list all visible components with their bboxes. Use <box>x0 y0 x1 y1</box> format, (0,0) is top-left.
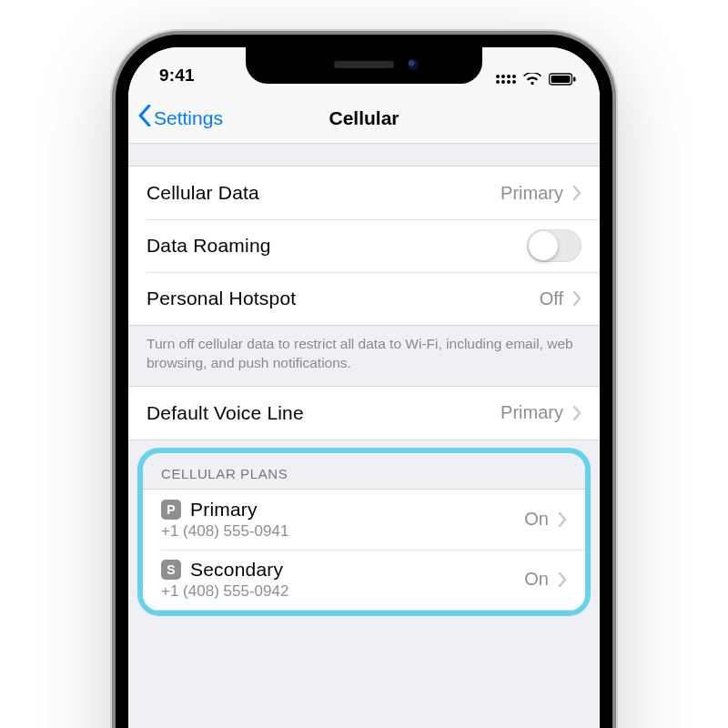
row-value-text: Primary <box>500 183 563 204</box>
chevron-right-icon <box>572 291 581 306</box>
row-cellular-data[interactable]: Cellular Data Primary <box>128 167 600 219</box>
svg-rect-2 <box>573 77 576 82</box>
wifi-icon <box>523 73 541 86</box>
front-camera <box>408 59 419 70</box>
row-value: Primary <box>500 402 581 423</box>
row-value: Off <box>540 288 581 309</box>
phone-screen: 9:41 <box>128 47 600 728</box>
battery-icon <box>549 73 576 86</box>
data-roaming-toggle[interactable] <box>527 229 581 262</box>
plan-status: On <box>524 509 549 530</box>
plan-title-line: S Secondary <box>161 559 524 581</box>
cellular-signal-icon <box>496 75 516 84</box>
plan-status: On <box>524 569 549 590</box>
phone-notch <box>246 46 482 84</box>
group-footer-note: Turn off cellular data to restrict all d… <box>128 326 600 386</box>
plan-badge-icon: P <box>161 500 181 520</box>
group-default-voice: Default Voice Line Primary <box>128 386 600 440</box>
row-value: On <box>524 509 567 530</box>
row-label: Personal Hotspot <box>147 288 296 309</box>
plan-title: Primary <box>190 499 258 521</box>
row-default-voice-line[interactable]: Default Voice Line Primary <box>128 387 600 440</box>
row-plan-primary[interactable]: P Primary +1 (408) 555-0941 On <box>143 490 585 550</box>
svg-rect-1 <box>551 76 571 83</box>
chevron-right-icon <box>558 512 567 527</box>
chevron-right-icon <box>558 572 567 587</box>
chevron-right-icon <box>572 186 581 200</box>
plan-title-line: P Primary <box>161 499 524 521</box>
plan-badge-icon: S <box>161 560 181 580</box>
row-value-text: Off <box>540 288 563 309</box>
toggle-knob <box>529 231 558 260</box>
chevron-left-icon <box>137 105 154 131</box>
section-header-cellular-plans: CELLULAR PLANS <box>143 453 585 489</box>
row-personal-hotspot[interactable]: Personal Hotspot Off <box>128 272 600 325</box>
nav-bar: Settings Cellular <box>128 93 600 144</box>
row-value: Primary <box>500 183 581 204</box>
stage: 9:41 <box>0 0 728 728</box>
speaker-grill <box>334 61 394 68</box>
row-label: Cellular Data <box>147 182 259 204</box>
settings-content[interactable]: Cellular Data Primary Data Roaming <box>128 144 600 728</box>
back-button[interactable]: Settings <box>137 93 223 143</box>
plan-number: +1 (408) 555-0941 <box>161 522 524 541</box>
highlight-cellular-plans: CELLULAR PLANS P Primary +1 (408) 555-09… <box>137 448 591 616</box>
plan-title: Secondary <box>190 559 283 581</box>
status-indicators <box>496 73 576 86</box>
group-cellular-main: Cellular Data Primary Data Roaming <box>128 166 600 326</box>
group-cellular-plans: P Primary +1 (408) 555-0941 On <box>143 489 585 611</box>
back-label: Settings <box>154 107 223 129</box>
row-label: Data Roaming <box>147 235 271 257</box>
page-title: Cellular <box>329 107 399 129</box>
row-data-roaming: Data Roaming <box>128 219 600 272</box>
plan-main: S Secondary +1 (408) 555-0942 <box>161 559 524 601</box>
row-value-text: Primary <box>500 402 563 423</box>
row-label: Default Voice Line <box>147 402 304 424</box>
row-value: On <box>524 569 567 590</box>
chevron-right-icon <box>572 406 581 420</box>
iphone-frame: 9:41 <box>116 35 612 728</box>
plan-main: P Primary +1 (408) 555-0941 <box>161 499 524 541</box>
plan-number: +1 (408) 555-0942 <box>161 582 524 601</box>
status-time: 9:41 <box>159 66 195 86</box>
row-plan-secondary[interactable]: S Secondary +1 (408) 555-0942 On <box>143 550 585 610</box>
